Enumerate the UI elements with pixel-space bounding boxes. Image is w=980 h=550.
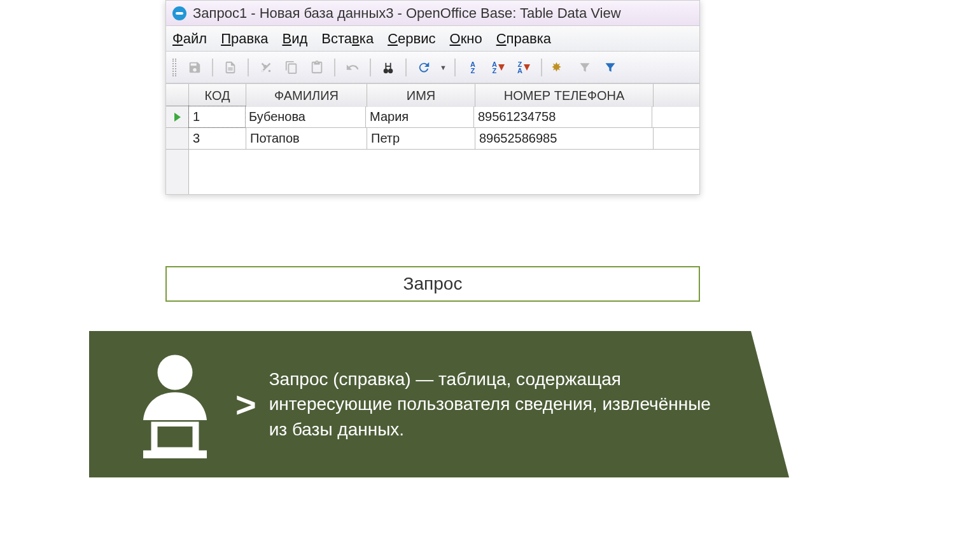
binoculars-icon[interactable] xyxy=(379,58,398,77)
toolbar-separator xyxy=(541,59,542,76)
toolbar-separator xyxy=(248,59,249,76)
row-selector-empty xyxy=(166,150,189,194)
toolbar-separator xyxy=(334,59,335,76)
menu-insert[interactable]: Вставка xyxy=(321,31,374,47)
app-icon xyxy=(172,6,186,20)
cell-extra xyxy=(654,128,699,149)
cell-name[interactable]: Петр xyxy=(367,128,475,149)
remove-filter-icon[interactable] xyxy=(601,58,620,77)
cell-fam[interactable]: Потапов xyxy=(246,128,367,149)
edit-doc-icon[interactable] xyxy=(221,58,240,77)
sort-desc-icon[interactable]: ZA xyxy=(514,58,533,77)
toolbar-separator xyxy=(370,59,371,76)
app-window: Запрос1 - Новая база данных3 - OpenOffic… xyxy=(165,0,700,195)
cell-phone[interactable]: 89561234758 xyxy=(474,106,652,127)
svg-rect-3 xyxy=(143,451,207,459)
menu-view[interactable]: Вид xyxy=(282,31,307,47)
column-header-extra xyxy=(654,84,699,107)
chevron-right-icon: > xyxy=(235,384,256,425)
sort-icon[interactable]: AZ xyxy=(463,58,482,77)
header-selector[interactable] xyxy=(166,84,189,106)
definition-text: Запрос (справка) — таблица, содержащая и… xyxy=(269,367,715,442)
grid-empty-area xyxy=(166,150,699,194)
toolbar-separator xyxy=(405,59,407,76)
toolbar-separator xyxy=(212,59,213,76)
window-title: Запрос1 - Новая база данных3 - OpenOffic… xyxy=(193,5,621,22)
toolbar-handle[interactable] xyxy=(172,59,176,76)
menu-window[interactable]: Окно xyxy=(450,31,482,47)
data-grid: КОД ФАМИЛИЯ ИМЯ НОМЕР ТЕЛЕФОНА 1 Бубенов… xyxy=(166,83,699,194)
apply-filter-icon[interactable] xyxy=(575,58,594,77)
menu-help[interactable]: Справка xyxy=(496,31,551,47)
column-header-name[interactable]: ИМЯ xyxy=(367,84,475,107)
menu-tools[interactable]: Сервис xyxy=(388,31,435,47)
table-row[interactable]: 3 Потапов Петр 89652586985 xyxy=(166,128,699,150)
row-selector[interactable] xyxy=(166,106,189,127)
svg-point-0 xyxy=(158,355,193,390)
toolbar: ▼ AZ AZ ZA xyxy=(166,52,699,83)
toolbar-separator xyxy=(454,59,456,76)
paste-icon[interactable] xyxy=(307,58,326,77)
sort-asc-icon[interactable]: AZ xyxy=(489,58,508,77)
definition-panel: > Запрос (справка) — таблица, содержащая… xyxy=(89,331,751,477)
cell-kod[interactable]: 1 xyxy=(188,106,246,128)
cell-kod[interactable]: 3 xyxy=(189,128,246,149)
menubar: Файл Правка Вид Вставка Сервис Окно Спра… xyxy=(166,26,699,52)
cell-extra xyxy=(652,106,699,127)
column-header-phone[interactable]: НОМЕР ТЕЛЕФОНА xyxy=(475,84,654,107)
column-header-kod[interactable]: КОД xyxy=(189,84,246,107)
cell-phone[interactable]: 89652586985 xyxy=(475,128,654,149)
save-icon[interactable] xyxy=(185,58,204,77)
cell-name[interactable]: Мария xyxy=(366,106,474,127)
titlebar: Запрос1 - Новая база данных3 - OpenOffic… xyxy=(166,1,699,26)
refresh-icon[interactable] xyxy=(414,58,433,77)
person-laptop-icon xyxy=(121,347,229,462)
column-header-fam[interactable]: ФАМИЛИЯ xyxy=(246,84,367,107)
autofilter-wand-icon[interactable] xyxy=(550,58,569,77)
cut-icon[interactable] xyxy=(256,58,276,77)
table-row[interactable]: 1 Бубенова Мария 89561234758 xyxy=(166,106,699,128)
undo-icon[interactable] xyxy=(343,58,362,77)
copy-icon[interactable] xyxy=(282,58,301,77)
caption-label: Запрос xyxy=(165,266,700,302)
grid-header-row: КОД ФАМИЛИЯ ИМЯ НОМЕР ТЕЛЕФОНА xyxy=(166,83,699,106)
svg-rect-2 xyxy=(158,427,193,448)
cell-fam[interactable]: Бубенова xyxy=(245,106,366,127)
menu-edit[interactable]: Правка xyxy=(221,31,268,47)
row-selector[interactable] xyxy=(166,128,189,149)
refresh-dropdown-icon[interactable]: ▼ xyxy=(440,64,447,71)
current-row-marker-icon xyxy=(174,113,181,122)
menu-file[interactable]: Файл xyxy=(172,31,207,47)
